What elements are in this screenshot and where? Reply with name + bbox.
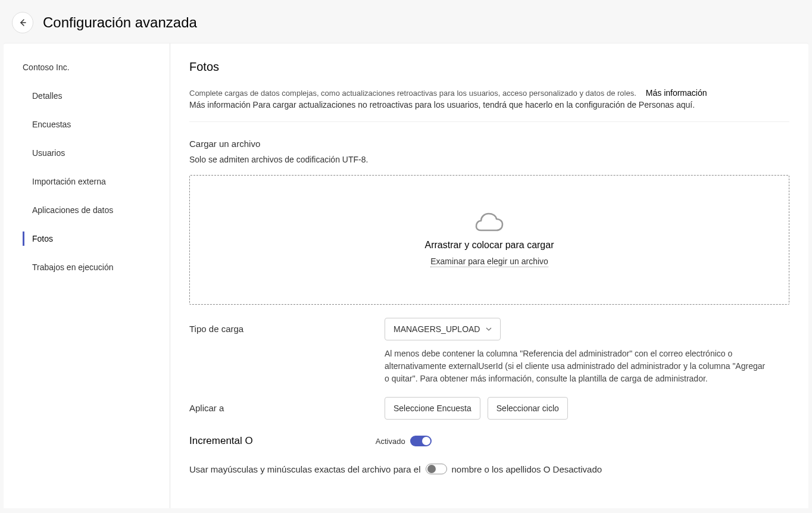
sidebar-item-label: Importación externa	[32, 177, 106, 186]
incremental-toggle[interactable]	[410, 436, 432, 446]
incremental-label: Incremental O	[189, 435, 253, 447]
sidebar-item-label: Detalles	[32, 91, 63, 101]
select-cycle-button[interactable]: Seleccionar ciclo	[488, 397, 568, 420]
upload-type-value: MANAGERS_UPLOAD	[393, 324, 480, 334]
sidebar-item-usuarios[interactable]: Usuarios	[4, 139, 170, 167]
page-title: Configuración avanzada	[43, 14, 197, 31]
sidebar-item-label: Encuestas	[32, 120, 71, 129]
select-survey-button[interactable]: Seleccione Encuesta	[385, 397, 480, 420]
case-text-mid: nombre o los apellidos O Desactivado	[452, 464, 602, 474]
browse-file-link[interactable]: Examinar para elegir un archivo	[430, 256, 548, 267]
dropzone-text: Arrastrar y colocar para cargar	[425, 240, 554, 251]
sidebar: Contoso Inc. Detalles Encuestas Usuarios…	[4, 43, 170, 508]
upload-type-label: Tipo de carga	[189, 318, 385, 334]
file-dropzone[interactable]: Arrastrar y colocar para cargar Examinar…	[189, 175, 789, 305]
sidebar-item-label: Trabajos en ejecución	[32, 262, 113, 272]
upload-hint: Solo se admiten archivos de codificación…	[189, 155, 789, 164]
sidebar-item-aplicaciones-de-datos[interactable]: Aplicaciones de datos	[4, 196, 170, 224]
sidebar-item-encuestas[interactable]: Encuestas	[4, 110, 170, 139]
arrow-left-icon	[18, 18, 27, 27]
select-cycle-label: Seleccionar ciclo	[496, 403, 559, 413]
sidebar-item-label: Aplicaciones de datos	[32, 205, 113, 215]
sidebar-item-label: Fotos	[32, 234, 53, 243]
apply-to-label: Aplicar a	[189, 397, 385, 413]
more-info-link[interactable]: Más información	[646, 88, 707, 98]
upload-label: Cargar un archivo	[189, 139, 789, 149]
sidebar-item-detalles[interactable]: Detalles	[4, 82, 170, 110]
upload-type-helper: Al menos debe contener la columna "Refer…	[385, 348, 766, 385]
sidebar-item-label: Usuarios	[32, 148, 65, 158]
exact-case-toggle[interactable]	[426, 464, 447, 474]
section-description: Complete cargas de datos complejas, como…	[189, 89, 636, 98]
back-button[interactable]	[12, 12, 33, 33]
upload-type-select[interactable]: MANAGERS_UPLOAD	[385, 318, 501, 340]
sidebar-item-fotos[interactable]: Fotos	[4, 224, 170, 253]
section-title: Fotos	[189, 60, 789, 74]
sidebar-item-trabajos-en-ejecucion[interactable]: Trabajos en ejecución	[4, 253, 170, 281]
select-survey-label: Seleccione Encuesta	[393, 403, 471, 413]
sidebar-item-importacion-externa[interactable]: Importación externa	[4, 167, 170, 196]
org-name: Contoso Inc.	[4, 58, 170, 82]
cloud-upload-icon	[475, 212, 504, 234]
case-text-before: Usar mayúsculas y minúsculas exactas del…	[189, 464, 421, 474]
section-description-2: Más información Para cargar actualizacio…	[189, 100, 789, 122]
incremental-state: Activado	[376, 437, 405, 446]
chevron-down-icon	[486, 327, 492, 331]
